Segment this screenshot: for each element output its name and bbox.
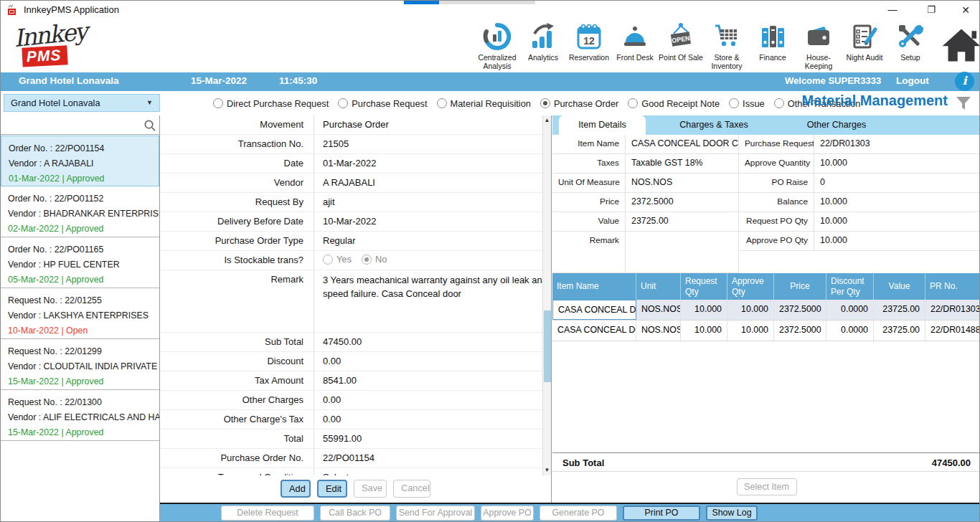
remark-value: 3 Years meachanical warranty against any… [314,270,551,332]
send-for-approval-button[interactable]: Send For Approval [396,506,475,521]
search-input[interactable] [1,115,141,134]
cell-pr-no: 22/DR01488 [925,321,980,341]
radio-purchase-order[interactable]: Purchase Order [540,98,618,109]
hotel-name: Grand Hotel Lonavala [19,75,119,86]
cancel-button[interactable]: Cancel [393,480,430,498]
module-night-audit[interactable]: Night Audit [842,21,887,62]
radio-circle [729,98,739,108]
delivery-before-date-value: 10-Mar-2022 [314,212,551,231]
radio-label: Direct Purchase Request [227,98,329,109]
edit-button[interactable]: Edit [317,480,347,498]
generate-po-button[interactable]: Generate PO [540,506,617,521]
module-reservation[interactable]: 12 Reservation [566,21,612,62]
stockable-yes-radio[interactable]: Yes [323,254,352,265]
radio-material-requisition[interactable]: Material Requisition [437,98,531,109]
col-header[interactable]: Request Qty [681,273,727,300]
delete-request-button[interactable]: Delete Request [221,506,314,521]
radio-label: Material Requisition [451,98,531,109]
info-icon[interactable]: i [955,72,974,91]
cell-price: 2372.5000 [774,321,826,341]
module-point-of-sale[interactable]: OPEN Point Of Sale [658,21,704,62]
print-po-button[interactable]: Print PO [623,506,700,521]
scroll-up-icon[interactable]: ▲ [543,115,551,125]
show-log-button[interactable]: Show Log [706,506,758,521]
field-label: Tax Amount [160,371,314,390]
module-label: Reservation [566,53,612,62]
sub-total-value: 47450.00 [314,333,551,351]
filter-icon[interactable] [955,95,972,112]
unit-of-measure-value: NOS.NOS [626,174,739,193]
scroll-down-icon[interactable]: ▼ [543,465,551,475]
radio-circle [774,98,784,108]
logout-button[interactable]: Logout [896,75,929,86]
call-back-po-button[interactable]: Call Back PO [320,506,390,521]
radio-issue[interactable]: Issue [729,98,765,109]
tab-other-charges[interactable]: Other Charges [782,115,891,135]
module-analytics[interactable]: Analytics [520,21,566,62]
add-button[interactable]: Add [281,480,311,498]
analytics-icon [527,21,560,52]
welcome-user: Welcome SUPER3333 [785,75,881,86]
search-icon[interactable] [143,118,156,132]
col-header[interactable]: Value [874,273,925,300]
cell-discount: 0.0000 [826,300,874,320]
radio-direct-purchase-request[interactable]: Direct Purchase Request [213,98,329,109]
tab-charges-taxes[interactable]: Charges & Taxes [646,115,782,135]
table-row[interactable]: CASA CONCEAL DOOR CLOSER NOS.NOS 10.000 … [552,321,980,341]
close-button[interactable]: ✕ [953,1,978,19]
order-list-item[interactable]: Order No. : 22/PO01152 Vendor : BHADRANK… [1,186,159,237]
centralized-analysis-icon [481,21,514,52]
night-audit-clipboard-icon [848,21,881,52]
module-store-inventory[interactable]: Store & Inventory [704,21,750,70]
module-setup[interactable]: Setup [887,21,933,62]
order-list-item[interactable]: Request No. : 22/01299 Vendor : CLOUDTAI… [1,339,159,390]
module-finance[interactable]: Finance [750,21,796,62]
hotel-select-value: Grand Hotel Lonavala [11,98,100,108]
finance-binders-icon [756,21,789,52]
col-header[interactable]: Item Name [552,273,636,300]
stockable-no-radio[interactable]: No [362,254,387,265]
col-header[interactable]: Discount Per Qty [826,273,874,300]
hotel-select-dropdown[interactable]: Grand Hotel Lonavala ▼ [4,94,160,112]
subtotal-value: 47450.00 [932,457,971,468]
scrollbar-thumb[interactable] [544,310,551,382]
module-label: House-Keeping [796,53,842,70]
col-header[interactable]: Approve Qty [727,273,774,300]
vendor-name: Vendor : LAKSHYA ENTERPRISES [8,308,159,323]
empty-cell [814,251,980,273]
form-scrollbar[interactable]: ▲ ▼ [542,115,551,475]
price-value: 2372.5000 [626,193,739,212]
tab-item-details[interactable]: Item Details [559,115,646,135]
order-list-item[interactable]: Order No. : 22/PO01165 Vendor : HP FUEL … [1,237,159,288]
col-header[interactable]: PR No. [925,273,980,300]
table-row[interactable]: CASA CONCEAL DOOR CLOSER NOS.NOS 10.000 … [552,300,980,321]
subtotal-label: Sub Total [562,457,604,468]
order-list-item[interactable]: Order No. : 22/PO01154 Vendor : A RAJABA… [1,136,159,186]
col-header[interactable]: Unit [636,273,681,300]
radio-purchase-request[interactable]: Purchase Request [338,98,427,109]
save-button[interactable]: Save [354,480,387,498]
request-number: Request No. : 22/01299 [8,344,159,359]
minimize-button[interactable]: — [880,1,905,19]
cell-unit: NOS.NOS [636,321,681,341]
order-list-item[interactable]: Request No. : 22/01300 Vendor : ALIF ELE… [1,390,159,441]
module-house-keeping[interactable]: House-Keeping [796,21,842,70]
home-button[interactable] [941,22,980,68]
field-label: Discount [160,352,314,371]
col-header[interactable]: Price [774,273,826,300]
radio-good-receipt-note[interactable]: Good Receipt Note [628,98,720,109]
order-list-item[interactable]: Request No. : 22/01255 Vendor : LAKSHYA … [1,288,159,339]
house-keeping-wallet-icon [802,21,835,52]
restore-button[interactable]: ❐ [919,1,943,19]
innkey-pms-logo: Innkey PMS [14,21,100,71]
vendor-name: Vendor : HP FUEL CENTER [8,257,159,272]
select-item-button[interactable]: Select Item [737,478,797,495]
bottom-action-bar: Delete Request Call Back PO Send For App… [160,503,980,521]
field-label: Purchase Order Type [160,232,314,250]
approve-po-button[interactable]: Approve PO [481,506,534,521]
module-centralized-analysis[interactable]: Centralized Analysis [474,21,520,70]
purchase-request-no-value: 22/DR01303 [814,135,980,154]
module-front-desk[interactable]: Front Desk [612,21,658,62]
date-status: 02-Mar-2022 | Approved [8,222,159,237]
module-label: Store & Inventory [704,53,750,70]
